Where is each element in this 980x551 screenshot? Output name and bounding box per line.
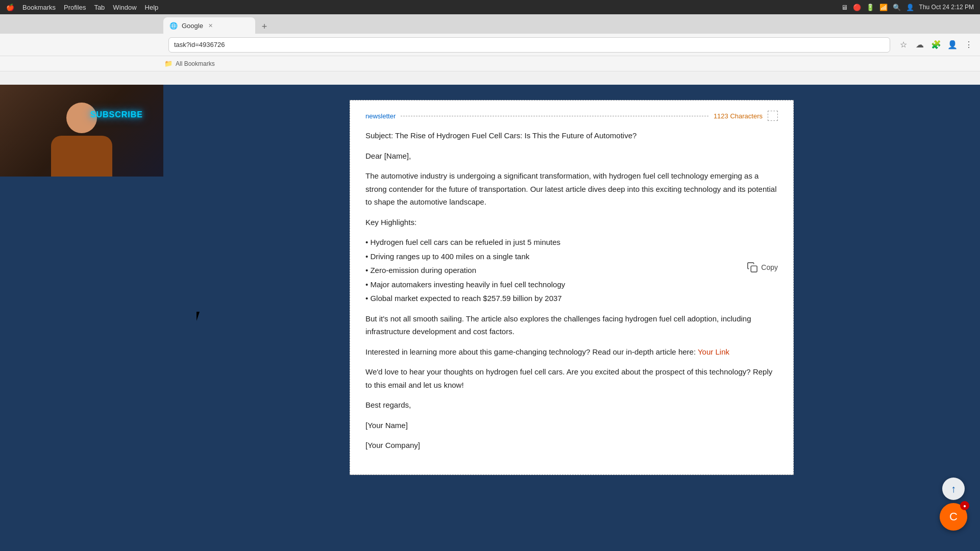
svg-rect-0 xyxy=(751,266,757,272)
user-icon[interactable]: 👤 xyxy=(906,4,914,11)
content-area: SUBSCRIBE newsletter 1123 Characters Sub… xyxy=(0,85,980,551)
tab-label: Google xyxy=(182,22,203,30)
address-bar[interactable]: task?id=4936726 xyxy=(168,37,890,53)
tab-bar: 🌐 Google ✕ + xyxy=(0,14,980,34)
menu-apple[interactable]: 🍎 xyxy=(6,4,14,11)
chat-icon: C xyxy=(949,510,958,523)
panel-header: newsletter 1123 Characters xyxy=(365,111,778,121)
email-content: Subject: The Rise of Hydrogen Fuel Cell … xyxy=(365,129,778,452)
nav-icons: ☆ ☁ 🧩 👤 ⋮ xyxy=(898,40,974,50)
scroll-up-button[interactable]: ↑ xyxy=(942,478,965,500)
browser-content: newsletter 1123 Characters Subject: The … xyxy=(163,85,980,551)
browser-tab-google[interactable]: 🌐 Google ✕ xyxy=(163,17,255,34)
tab-close-button[interactable]: ✕ xyxy=(207,22,214,29)
scroll-up-icon: ↑ xyxy=(951,483,956,495)
cta-text: Interested in learning more about this g… xyxy=(365,345,778,359)
highlights-list: Hydrogen fuel cell cars can be refueled … xyxy=(365,236,778,305)
menu-tab[interactable]: Tab xyxy=(94,4,105,11)
email-intro: The automotive industry is undergoing a … xyxy=(365,169,778,209)
browser-window: 🌐 Google ✕ + task?id=4936726 ☆ ☁ 🧩 👤 ⋮ 📁… xyxy=(0,14,980,551)
wifi-icon: 📶 xyxy=(879,4,888,11)
new-tab-button[interactable]: + xyxy=(257,19,272,34)
menu-profiles[interactable]: Profiles xyxy=(64,4,86,11)
bookmarks-bar: 📁 All Bookmarks xyxy=(0,56,980,71)
browser-menu-icon[interactable]: ⋮ xyxy=(964,40,974,50)
highlight-item-4: Major automakers investing heavily in fu… xyxy=(365,278,778,291)
chat-badge-indicator: ● xyxy=(963,503,966,509)
macos-menu-left: 🍎 Bookmarks Profiles Tab Window Help xyxy=(6,4,158,11)
cta-text-main: Interested in learning more about this g… xyxy=(365,347,696,356)
email-panel: newsletter 1123 Characters Subject: The … xyxy=(350,100,794,475)
panel-type-label: newsletter xyxy=(365,112,396,120)
bookmarks-label[interactable]: All Bookmarks xyxy=(176,60,215,67)
copy-button[interactable]: Copy xyxy=(742,259,783,276)
display-icon: 🖥 xyxy=(841,4,848,11)
cloud-extension-icon[interactable]: ☁ xyxy=(915,40,925,50)
highlight-item-3: Zero-emission during operation xyxy=(365,264,778,277)
chat-notification-badge: ● xyxy=(960,501,969,510)
webcam-overlay: SUBSCRIBE xyxy=(0,85,163,177)
menu-bookmarks[interactable]: Bookmarks xyxy=(22,4,56,11)
tab-favicon: 🌐 xyxy=(169,22,178,30)
clock: Thu Oct 24 2:12 PM xyxy=(919,4,974,11)
search-icon[interactable]: 🔍 xyxy=(893,4,901,11)
menu-help[interactable]: Help xyxy=(145,4,159,11)
copy-label: Copy xyxy=(761,263,778,271)
highlight-item-1: Hydrogen fuel cell cars can be refueled … xyxy=(365,236,778,249)
person-body xyxy=(51,136,112,177)
company-placeholder: [Your Company] xyxy=(365,439,778,452)
highlight-item-5: Global market expected to reach $257.59 … xyxy=(365,292,778,305)
highlights-label: Key Highlights: xyxy=(365,216,778,229)
cta-link[interactable]: Your Link xyxy=(698,347,729,356)
challenge-text: But it's not all smooth sailing. The art… xyxy=(365,312,778,338)
copy-icon xyxy=(747,262,758,273)
email-subject: Subject: The Rise of Hydrogen Fuel Cell … xyxy=(365,129,778,142)
macos-menu-right: 🖥 🔴 🔋 📶 🔍 👤 Thu Oct 24 2:12 PM xyxy=(841,4,974,11)
macos-menubar: 🍎 Bookmarks Profiles Tab Window Help 🖥 🔴… xyxy=(0,0,980,14)
webcam-background: SUBSCRIBE xyxy=(0,85,163,177)
record-icon: 🔴 xyxy=(853,4,861,11)
name-placeholder: [Your Name] xyxy=(365,419,778,432)
panel-header-divider xyxy=(401,116,708,116)
chat-button[interactable]: C ● xyxy=(940,503,967,531)
email-greeting: Dear [Name], xyxy=(365,149,778,163)
highlight-item-2: Driving ranges up to 400 miles on a sing… xyxy=(365,250,778,263)
menu-window[interactable]: Window xyxy=(113,4,136,11)
sign-off: Best regards, xyxy=(365,398,778,412)
bookmark-star-icon[interactable]: ☆ xyxy=(898,40,909,50)
panel-header-end-box xyxy=(768,111,778,121)
feedback-text: We'd love to hear your thoughts on hydro… xyxy=(365,365,778,391)
subscribe-badge: SUBSCRIBE xyxy=(90,110,143,119)
extensions-icon[interactable]: 🧩 xyxy=(931,40,941,50)
nav-bar: task?id=4936726 ☆ ☁ 🧩 👤 ⋮ xyxy=(0,34,980,56)
bookmarks-folder-icon: 📁 xyxy=(164,60,173,67)
char-count: 1123 Characters xyxy=(714,112,763,120)
address-text: task?id=4936726 xyxy=(174,41,225,48)
battery-icon: 🔋 xyxy=(866,4,874,11)
panel-bottom-border xyxy=(350,474,793,475)
profile-icon[interactable]: 👤 xyxy=(947,40,958,50)
